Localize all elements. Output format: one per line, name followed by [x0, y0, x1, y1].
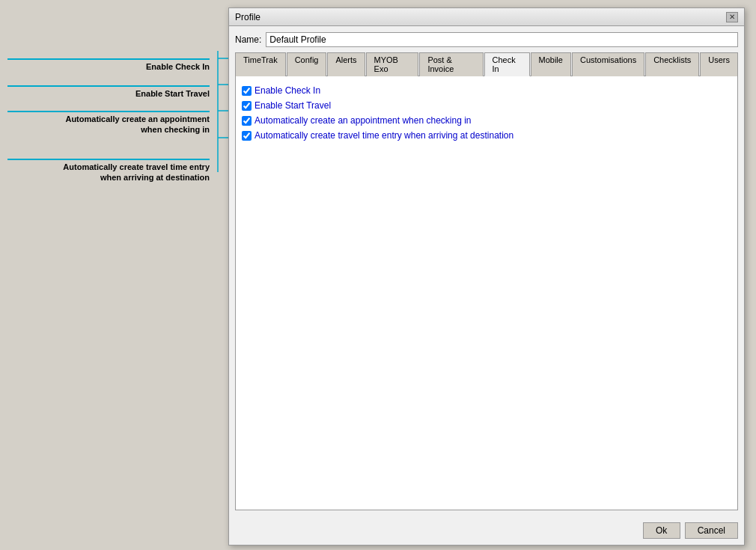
checkbox-label-enable-check-in: Enable Check In [254, 85, 320, 96]
dialog-titlebar: Profile ✕ [229, 8, 744, 26]
checkbox-label-travel-time: Automatically create travel time entry w… [254, 130, 513, 141]
tab-checklists[interactable]: Checklists [645, 52, 699, 76]
annotation-enable-check-in: Enable Check In [7, 58, 210, 72]
checkbox-label-auto-appointment: Automatically create an appointment when… [254, 115, 472, 126]
tab-config[interactable]: Config [287, 52, 327, 76]
tab-timetrak[interactable]: TimeTrak [235, 52, 286, 76]
profile-dialog: Profile ✕ Name: TimeTrak Config Alerts M… [228, 7, 745, 546]
checkbox-label-enable-start-travel: Enable Start Travel [254, 100, 331, 111]
checkbox-enable-start-travel[interactable] [242, 101, 252, 111]
tab-post-invoice[interactable]: Post & Invoice [419, 52, 483, 76]
dialog-footer: Ok Cancel [229, 516, 744, 545]
checkbox-row-travel-time: Automatically create travel time entry w… [242, 130, 731, 141]
name-input[interactable] [266, 32, 738, 47]
tab-users[interactable]: Users [700, 52, 738, 76]
tab-mobile[interactable]: Mobile [531, 52, 571, 76]
cancel-button[interactable]: Cancel [685, 522, 738, 539]
name-row: Name: [235, 32, 738, 47]
checkbox-row-enable-start-travel: Enable Start Travel [242, 100, 731, 111]
checkbox-row-enable-check-in: Enable Check In [242, 85, 731, 96]
annotation-travel-time: Automatically create travel time entrywh… [7, 159, 210, 183]
tab-customisations[interactable]: Customisations [572, 52, 644, 76]
tab-check-in[interactable]: Check In [484, 52, 530, 76]
tab-alerts[interactable]: Alerts [327, 52, 365, 76]
tab-content-check-in: Enable Check In Enable Start Travel Auto… [235, 76, 738, 510]
annotation-enable-start-travel: Enable Start Travel [7, 85, 210, 99]
checkbox-travel-time[interactable] [242, 131, 252, 141]
dialog-body: Name: TimeTrak Config Alerts MYOB Exo Po… [229, 26, 744, 516]
name-label: Name: [235, 34, 261, 45]
checkbox-enable-check-in[interactable] [242, 86, 252, 96]
dialog-title: Profile [235, 12, 260, 22]
annotation-auto-appointment: Automatically create an appointmentwhen … [7, 111, 210, 135]
ok-button[interactable]: Ok [643, 522, 680, 539]
close-button[interactable]: ✕ [726, 12, 738, 22]
tabs-container: TimeTrak Config Alerts MYOB Exo Post & I… [235, 52, 738, 76]
checkbox-row-auto-appointment: Automatically create an appointment when… [242, 115, 731, 126]
tab-myob-exo[interactable]: MYOB Exo [366, 52, 419, 76]
checkbox-auto-appointment[interactable] [242, 116, 252, 126]
